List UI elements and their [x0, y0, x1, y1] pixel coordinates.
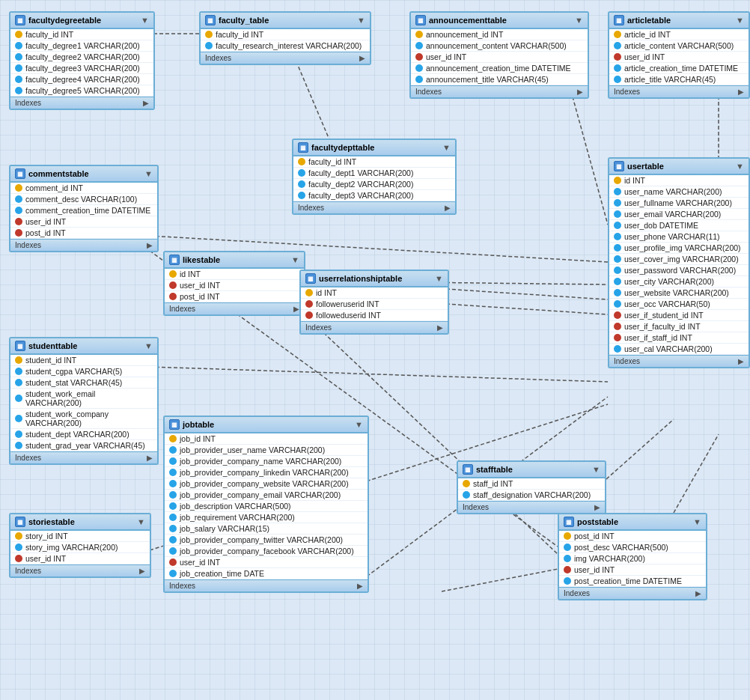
- canvas: ▦ facultydegreetable ▼ faculty_id INT fa…: [0, 0, 750, 700]
- col-icon: [15, 544, 22, 551]
- col-icon: [614, 64, 621, 72]
- pk-icon: [15, 532, 22, 540]
- table-usertable[interactable]: ▦ usertable ▼ id INT user_name VARCHAR(2…: [608, 157, 750, 368]
- indexes-studenttable[interactable]: Indexes ▶: [10, 451, 157, 463]
- fk-icon: [169, 281, 177, 289]
- col-icon: [169, 514, 177, 521]
- table-studenttable[interactable]: ▦ studenttable ▼ student_id INT student_…: [9, 337, 159, 465]
- table-announcementtable[interactable]: ▦ announcementtable ▼ announcement_id IN…: [409, 11, 589, 99]
- table-stafftable[interactable]: ▦ stafftable ▼ staff_id INT staff_design…: [457, 460, 606, 514]
- table-icon: ▦: [614, 15, 624, 25]
- table-header-jobtable: ▦ jobtable ▼: [165, 417, 368, 433]
- svg-line-8: [434, 288, 608, 299]
- col-icon: [15, 195, 22, 203]
- fk-icon: [305, 300, 313, 308]
- table-commentstable[interactable]: ▦ commentstable ▼ comment_id INT comment…: [9, 165, 159, 252]
- pk-icon: [298, 158, 305, 165]
- pk-icon: [305, 289, 313, 296]
- col-icon: [15, 42, 22, 49]
- table-facultydepttable[interactable]: ▦ facultydepttable ▼ faculty_id INT facu…: [292, 139, 457, 215]
- fk-icon: [614, 53, 621, 61]
- table-storiestable[interactable]: ▦ storiestable ▼ story_id INT story_img …: [9, 513, 151, 578]
- col-icon: [169, 457, 177, 465]
- fk-icon: [15, 218, 22, 225]
- svg-line-16: [442, 569, 558, 591]
- table-likestable[interactable]: ▦ likestable ▼ id INT user_id INT post_i…: [163, 251, 305, 316]
- table-poststable[interactable]: ▦ poststable ▼ post_id INT post_desc VAR…: [558, 513, 707, 600]
- col-icon: [614, 76, 621, 83]
- col-icon: [169, 469, 177, 476]
- table-name-announcementtable: announcementtable: [429, 16, 507, 25]
- table-header-commentstable: ▦ commentstable ▼: [10, 166, 157, 183]
- indexes-facultydegreetable[interactable]: Indexes ▶: [10, 97, 153, 109]
- indexes-stafftable[interactable]: Indexes ▶: [458, 501, 605, 513]
- col-icon: [614, 300, 621, 308]
- table-name-facultydegreetable: facultydegreetable: [28, 16, 101, 25]
- table-name-stafftable: stafftable: [476, 465, 513, 474]
- pk-icon: [415, 31, 423, 38]
- table-icon: ▦: [614, 161, 624, 171]
- col-icon: [614, 233, 621, 240]
- col-icon: [463, 491, 470, 499]
- col-icon: [15, 53, 22, 61]
- field-faculty_id: faculty_id INT: [201, 29, 370, 40]
- pk-icon: [169, 435, 177, 442]
- table-icon: ▦: [15, 517, 25, 527]
- col-icon: [614, 210, 621, 218]
- indexes-jobtable[interactable]: Indexes ▶: [165, 579, 368, 591]
- col-icon: [169, 536, 177, 544]
- table-facultydegreetable[interactable]: ▦ facultydegreetable ▼ faculty_id INT fa…: [9, 11, 155, 110]
- table-userrelationshiptable[interactable]: ▦ userrelationshiptable ▼ id INT followe…: [299, 270, 449, 335]
- fk-icon: [614, 311, 621, 319]
- table-articletable[interactable]: ▦ articletable ▼ article_id INT article_…: [608, 11, 750, 99]
- col-icon: [15, 379, 22, 386]
- table-icon: ▦: [415, 15, 426, 25]
- col-icon: [415, 76, 423, 83]
- fk-icon: [415, 53, 423, 61]
- pk-icon: [15, 356, 22, 364]
- indexes-commentstable[interactable]: Indexes ▶: [10, 239, 157, 251]
- indexes-userrelationshiptable[interactable]: Indexes ▶: [301, 321, 448, 333]
- table-icon: ▦: [15, 15, 25, 25]
- table-header-usertable: ▦ usertable ▼: [609, 159, 749, 175]
- col-icon: [415, 42, 423, 49]
- fk-icon: [614, 323, 621, 330]
- table-icon: ▦: [15, 341, 25, 351]
- table-header-facultydegreetable: ▦ facultydegreetable ▼: [10, 13, 153, 29]
- table-header-studenttable: ▦ studenttable ▼: [10, 338, 157, 355]
- svg-line-11: [606, 419, 674, 479]
- field-faculty_degree5: faculty_degree5 VARCHAR(200): [10, 85, 153, 97]
- table-icon: ▦: [298, 142, 308, 153]
- table-header-storiestable: ▦ storiestable ▼: [10, 514, 150, 531]
- table-icon: ▦: [305, 273, 316, 284]
- indexes-storiestable[interactable]: Indexes ▶: [10, 564, 150, 576]
- indexes-faculty_table[interactable]: Indexes ▶: [201, 52, 370, 64]
- col-icon: [298, 169, 305, 177]
- table-header-likestable: ▦ likestable ▼: [165, 252, 304, 269]
- field-faculty_degree3: faculty_degree3 VARCHAR(200): [10, 63, 153, 74]
- table-faculty_table[interactable]: ▦ faculty_table ▼ faculty_id INT faculty…: [199, 11, 371, 65]
- table-name-likestable: likestable: [183, 255, 220, 264]
- col-icon: [15, 395, 22, 402]
- table-name-faculty_table: faculty_table: [219, 16, 269, 25]
- col-icon: [614, 188, 621, 195]
- col-icon: [169, 491, 177, 499]
- fk-icon: [564, 566, 571, 573]
- pk-icon: [564, 532, 571, 540]
- col-icon: [15, 87, 22, 94]
- pk-icon: [463, 480, 470, 487]
- indexes-likestable[interactable]: Indexes ▶: [165, 302, 304, 314]
- indexes-announcementtable[interactable]: Indexes ▶: [411, 85, 588, 97]
- fk-icon: [305, 311, 313, 319]
- table-jobtable[interactable]: ▦ jobtable ▼ job_id INT job_provider_use…: [163, 416, 369, 593]
- table-icon: ▦: [15, 168, 25, 179]
- table-header-stafftable: ▦ stafftable ▼: [458, 462, 605, 478]
- col-icon: [564, 577, 571, 585]
- indexes-facultydepttable[interactable]: Indexes ▶: [293, 201, 455, 213]
- col-icon: [15, 430, 22, 438]
- fk-icon: [15, 555, 22, 562]
- indexes-articletable[interactable]: Indexes ▶: [609, 85, 749, 97]
- indexes-usertable[interactable]: Indexes ▶: [609, 355, 749, 367]
- fk-icon: [169, 559, 177, 566]
- indexes-poststable[interactable]: Indexes ▶: [559, 587, 706, 599]
